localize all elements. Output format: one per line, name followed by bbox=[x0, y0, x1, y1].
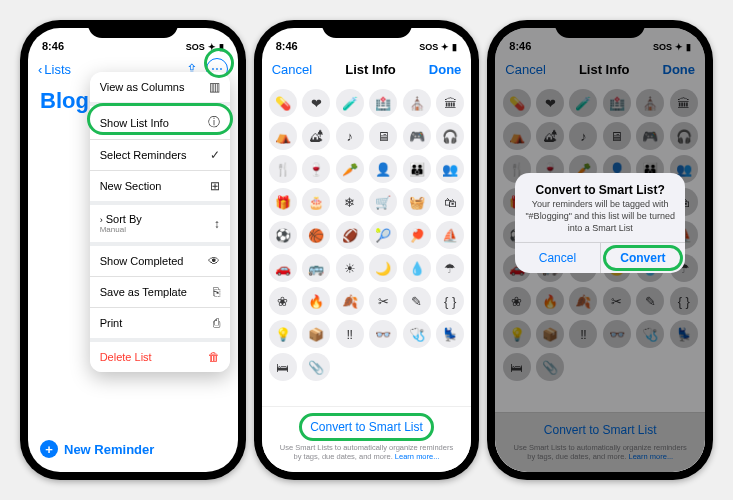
icon-option[interactable]: 🎂 bbox=[302, 188, 330, 216]
done-button[interactable]: Done bbox=[429, 62, 462, 77]
icon-option[interactable]: ❀ bbox=[269, 287, 297, 315]
icon-picker-grid: 💊❤🧪🏥⛪🏛⛺🏕♪🖥🎮🎧🍴🍷🥕👤👪👥🎁🎂❄🛒🧺🛍⚽🏀🏈🎾🏓⛵🚗🚌☀🌙💧☂❀🔥🍂✂… bbox=[262, 84, 472, 406]
plus-icon: + bbox=[40, 440, 58, 458]
nav-bar: Cancel List Info Done bbox=[262, 54, 472, 84]
icon-option[interactable]: 🛍 bbox=[436, 188, 464, 216]
icon-option[interactable]: ☀ bbox=[336, 254, 364, 282]
icon-option[interactable]: 🍷 bbox=[302, 155, 330, 183]
context-menu: View as Columns ▥ Show List Info ⓘ Selec… bbox=[90, 72, 230, 372]
alert-dialog: Convert to Smart List? Your reminders wi… bbox=[515, 173, 685, 273]
phone-3: 8:46 SOS ✦ ▮ Cancel List Info Done 💊❤🧪🏥⛪… bbox=[487, 20, 713, 480]
notch bbox=[322, 20, 412, 38]
icon-option[interactable]: 🚌 bbox=[302, 254, 330, 282]
icon-option[interactable]: ⛺ bbox=[269, 122, 297, 150]
icon-option[interactable]: 💊 bbox=[269, 89, 297, 117]
icon-option[interactable]: 🥕 bbox=[336, 155, 364, 183]
alert-convert-button[interactable]: Convert bbox=[601, 243, 686, 273]
icon-option[interactable]: 🎧 bbox=[436, 122, 464, 150]
icon-option[interactable]: 🚗 bbox=[269, 254, 297, 282]
notch bbox=[555, 20, 645, 38]
icon-option[interactable]: 🏈 bbox=[336, 221, 364, 249]
icon-option[interactable]: 🏕 bbox=[302, 122, 330, 150]
trash-icon: 🗑 bbox=[208, 350, 220, 364]
icon-option[interactable]: 💧 bbox=[403, 254, 431, 282]
chevron-right-icon: › bbox=[100, 215, 103, 225]
alert-title: Convert to Smart List? bbox=[515, 173, 685, 199]
print-icon: ⎙ bbox=[213, 316, 220, 330]
icon-option[interactable]: ❄ bbox=[336, 188, 364, 216]
icon-option[interactable]: 📎 bbox=[302, 353, 330, 381]
phone-2: 8:46 SOS ✦ ▮ Cancel List Info Done 💊❤🧪🏥⛪… bbox=[254, 20, 480, 480]
icon-option[interactable]: ✂ bbox=[369, 287, 397, 315]
icon-option[interactable]: ⚽ bbox=[269, 221, 297, 249]
icon-option[interactable]: 📦 bbox=[302, 320, 330, 348]
menu-show-completed[interactable]: Show Completed 👁 bbox=[90, 246, 230, 277]
icon-option[interactable]: 🧺 bbox=[403, 188, 431, 216]
menu-show-list-info[interactable]: Show List Info ⓘ bbox=[90, 106, 230, 140]
icon-option[interactable]: 👤 bbox=[369, 155, 397, 183]
add-section-icon: ⊞ bbox=[210, 179, 220, 193]
phone-1: 8:46 SOS ✦ ▮ ‹ Lists ⇪ ⋯ Bloggi View as … bbox=[20, 20, 246, 480]
icon-option[interactable]: 🏛 bbox=[436, 89, 464, 117]
icon-option[interactable]: 🧪 bbox=[336, 89, 364, 117]
icon-option[interactable]: 🏀 bbox=[302, 221, 330, 249]
template-icon: ⎘ bbox=[213, 285, 220, 299]
alert-cancel-button[interactable]: Cancel bbox=[515, 243, 601, 273]
icon-option[interactable]: ‼ bbox=[336, 320, 364, 348]
learn-more-link[interactable]: Learn more... bbox=[395, 452, 440, 461]
icon-option[interactable]: ⛵ bbox=[436, 221, 464, 249]
cancel-button[interactable]: Cancel bbox=[272, 62, 312, 77]
menu-delete-list[interactable]: Delete List 🗑 bbox=[90, 342, 230, 372]
highlight-convert-cta: Convert to Smart List bbox=[299, 413, 434, 441]
menu-sort-by[interactable]: › Sort By Manual ↕ bbox=[90, 205, 230, 246]
eye-icon: 👁 bbox=[208, 254, 220, 268]
icon-option[interactable]: 🛒 bbox=[369, 188, 397, 216]
icon-option[interactable]: 👥 bbox=[436, 155, 464, 183]
footer-note: Use Smart Lists to automatically organiz… bbox=[270, 443, 464, 463]
back-button[interactable]: ‹ Lists bbox=[38, 62, 71, 77]
icon-option[interactable]: 🍴 bbox=[269, 155, 297, 183]
icon-option[interactable]: { } bbox=[436, 287, 464, 315]
menu-new-section[interactable]: New Section ⊞ bbox=[90, 171, 230, 205]
chevron-left-icon: ‹ bbox=[38, 62, 42, 77]
columns-icon: ▥ bbox=[209, 80, 220, 94]
alert-message: Your reminders will be tagged with "#Blo… bbox=[515, 199, 685, 242]
icon-option[interactable]: 🏓 bbox=[403, 221, 431, 249]
icon-option[interactable]: ❤ bbox=[302, 89, 330, 117]
convert-to-smart-list-button[interactable]: Convert to Smart List bbox=[302, 416, 431, 438]
notch bbox=[88, 20, 178, 38]
icon-option[interactable]: 🖥 bbox=[369, 122, 397, 150]
icon-option[interactable]: 🛏 bbox=[269, 353, 297, 381]
icon-option[interactable]: 🎾 bbox=[369, 221, 397, 249]
footer-cta: Convert to Smart List Use Smart Lists to… bbox=[262, 406, 472, 473]
page-title: List Info bbox=[345, 62, 396, 77]
icon-option[interactable]: 🏥 bbox=[369, 89, 397, 117]
sort-icon: ↕ bbox=[214, 217, 220, 231]
icon-option[interactable]: ♪ bbox=[336, 122, 364, 150]
menu-print[interactable]: Print ⎙ bbox=[90, 308, 230, 342]
info-icon: ⓘ bbox=[208, 114, 220, 131]
status-time: 8:46 bbox=[42, 40, 64, 52]
icon-option[interactable]: 🍂 bbox=[336, 287, 364, 315]
menu-view-as-columns[interactable]: View as Columns ▥ bbox=[90, 72, 230, 106]
icon-option[interactable]: 🎮 bbox=[403, 122, 431, 150]
icon-option[interactable]: 👓 bbox=[369, 320, 397, 348]
icon-option[interactable]: ☂ bbox=[436, 254, 464, 282]
icon-option[interactable]: ⛪ bbox=[403, 89, 431, 117]
icon-option[interactable]: ✎ bbox=[403, 287, 431, 315]
menu-save-as-template[interactable]: Save as Template ⎘ bbox=[90, 277, 230, 308]
icon-option[interactable]: 💺 bbox=[436, 320, 464, 348]
check-icon: ✓ bbox=[210, 148, 220, 162]
menu-select-reminders[interactable]: Select Reminders ✓ bbox=[90, 140, 230, 171]
icon-option[interactable]: 🌙 bbox=[369, 254, 397, 282]
new-reminder-button[interactable]: + New Reminder bbox=[28, 430, 238, 472]
icon-option[interactable]: 👪 bbox=[403, 155, 431, 183]
icon-option[interactable]: 🩺 bbox=[403, 320, 431, 348]
icon-option[interactable]: 🔥 bbox=[302, 287, 330, 315]
icon-option[interactable]: 🎁 bbox=[269, 188, 297, 216]
icon-option[interactable]: 💡 bbox=[269, 320, 297, 348]
